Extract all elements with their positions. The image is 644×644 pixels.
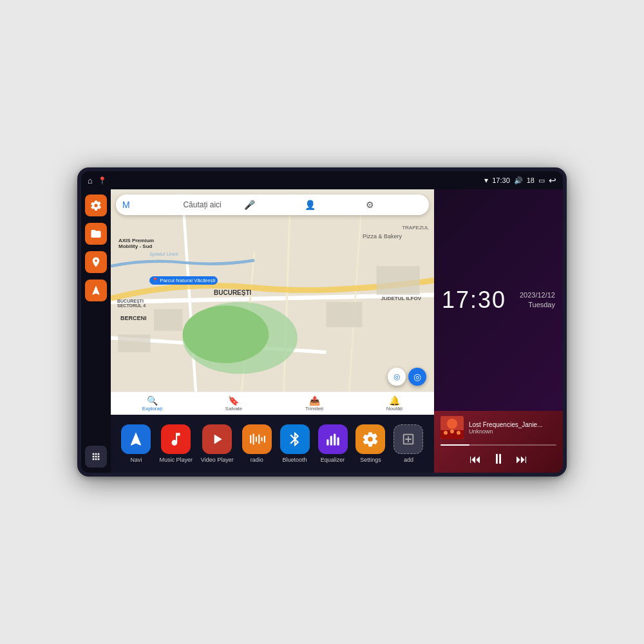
app-video-player[interactable]: Video Player bbox=[201, 424, 234, 463]
sidebar-map-button[interactable] bbox=[85, 251, 107, 273]
map-tab-trimiteti[interactable]: 📤 Trimiteți bbox=[305, 395, 323, 412]
main-area: M Căutați aici 🎤 👤 ⚙ AXIS PremiumMobilit… bbox=[81, 189, 563, 473]
clock-status: 17:30 bbox=[492, 176, 510, 184]
svg-rect-21 bbox=[334, 433, 336, 445]
progress-fill bbox=[440, 444, 469, 446]
track-artist: Unknown bbox=[469, 428, 556, 435]
svg-rect-20 bbox=[330, 436, 332, 446]
sidebar-nav-button[interactable] bbox=[85, 279, 107, 301]
map-tab-salvate[interactable]: 🔖 Salvate bbox=[225, 395, 243, 412]
battery-level: 18 bbox=[527, 176, 535, 184]
app-add-label: add bbox=[404, 457, 413, 463]
prev-button[interactable]: ⏮ bbox=[469, 453, 481, 466]
svg-rect-13 bbox=[250, 435, 251, 444]
music-controls: ⏮ ⏸ ⏭ bbox=[440, 451, 556, 468]
app-dock: Navi Music Player Video Player bbox=[111, 415, 434, 473]
svg-rect-10 bbox=[118, 334, 150, 352]
bluetooth-icon-bg bbox=[280, 424, 310, 454]
app-eq-label: Equalizer bbox=[321, 457, 345, 463]
app-bluetooth[interactable]: Bluetooth bbox=[280, 424, 310, 463]
app-add[interactable]: add bbox=[393, 424, 423, 463]
app-music-label: Music Player bbox=[159, 457, 193, 463]
map-label-axis: AXIS PremiumMobility - Sud bbox=[118, 238, 154, 249]
radio-icon-bg bbox=[242, 424, 272, 454]
navi-icon-bg bbox=[121, 424, 151, 454]
map-label-judet: JUDETUL ILFOV bbox=[381, 296, 421, 301]
app-settings[interactable]: Settings bbox=[355, 424, 385, 463]
sidebar-settings-button[interactable] bbox=[85, 194, 107, 216]
pause-button[interactable]: ⏸ bbox=[491, 451, 506, 468]
progress-bar[interactable] bbox=[440, 444, 556, 446]
app-radio[interactable]: radio bbox=[242, 424, 272, 463]
svg-point-8 bbox=[183, 306, 269, 363]
app-bluetooth-label: Bluetooth bbox=[283, 457, 307, 463]
album-art bbox=[440, 416, 464, 439]
video-icon-bg bbox=[202, 424, 232, 454]
add-icon-bg bbox=[393, 424, 423, 454]
svg-rect-17 bbox=[261, 437, 262, 442]
map-container[interactable]: M Căutați aici 🎤 👤 ⚙ AXIS PremiumMobilit… bbox=[111, 189, 434, 415]
map-search-bar[interactable]: M Căutați aici 🎤 👤 ⚙ bbox=[116, 194, 429, 215]
right-panel: 17:30 2023/12/12 Tuesday bbox=[434, 189, 563, 473]
nav-button[interactable]: ◎ bbox=[408, 368, 426, 386]
svg-rect-16 bbox=[258, 434, 260, 444]
eq-icon-bg bbox=[318, 424, 348, 454]
center-area: M Căutați aici 🎤 👤 ⚙ AXIS PremiumMobilit… bbox=[111, 189, 434, 473]
home-icon[interactable]: ⌂ bbox=[88, 176, 93, 185]
map-svg bbox=[111, 189, 434, 415]
map-label-splaiul: Splaiul Unirii bbox=[149, 251, 178, 257]
map-label-buc: BUCUREȘTI bbox=[214, 289, 251, 296]
svg-point-26 bbox=[444, 431, 448, 435]
svg-rect-22 bbox=[337, 437, 339, 446]
clock-date-area: 2023/12/12 Tuesday bbox=[520, 290, 555, 310]
map-status-icon[interactable]: 📍 bbox=[98, 176, 107, 185]
status-right: ▾ 17:30 🔊 18 ▭ ↩ bbox=[484, 175, 556, 185]
svg-rect-18 bbox=[264, 436, 265, 443]
device: ⌂ 📍 ▾ 17:30 🔊 18 ▭ ↩ bbox=[77, 167, 567, 477]
clock-display: 17:30 bbox=[442, 287, 506, 314]
volume-icon: 🔊 bbox=[514, 176, 523, 185]
music-icon-bg bbox=[161, 424, 191, 454]
battery-icon: ▭ bbox=[538, 176, 545, 185]
clock-time: 17:30 bbox=[442, 287, 506, 314]
svg-point-24 bbox=[447, 419, 457, 429]
svg-rect-15 bbox=[256, 437, 257, 442]
next-button[interactable]: ⏭ bbox=[516, 453, 527, 466]
app-equalizer[interactable]: Equalizer bbox=[318, 424, 348, 463]
back-icon[interactable]: ↩ bbox=[549, 175, 556, 185]
track-info: Lost Frequencies_Janie... Unknown bbox=[440, 416, 556, 439]
tab-label-explorati: Explorați bbox=[142, 406, 162, 412]
device-screen: ⌂ 📍 ▾ 17:30 🔊 18 ▭ ↩ bbox=[81, 171, 563, 473]
settings-icon-bg bbox=[355, 424, 385, 454]
tab-label-trimiteti: Trimiteți bbox=[305, 406, 323, 412]
track-details: Lost Frequencies_Janie... Unknown bbox=[469, 421, 556, 435]
svg-rect-9 bbox=[154, 309, 183, 330]
svg-rect-12 bbox=[377, 266, 420, 295]
map-label-pizza: Pizza & Bakery bbox=[363, 233, 402, 240]
status-left: ⌂ 📍 bbox=[88, 176, 107, 185]
app-music-player[interactable]: Music Player bbox=[159, 424, 193, 463]
sidebar-apps-button[interactable] bbox=[85, 446, 107, 468]
sidebar bbox=[81, 189, 111, 473]
app-navi[interactable]: Navi bbox=[121, 424, 151, 463]
svg-point-28 bbox=[457, 431, 460, 435]
map-tab-noutati[interactable]: 🔔 Noutăți bbox=[386, 395, 402, 412]
track-name: Lost Frequencies_Janie... bbox=[469, 421, 556, 428]
tab-label-salvate: Salvate bbox=[225, 406, 243, 412]
clock-date: 2023/12/12 Tuesday bbox=[520, 290, 555, 310]
gps-button[interactable]: ◎ bbox=[388, 368, 406, 386]
map-tab-explorati[interactable]: 🔍 Explorați bbox=[142, 395, 162, 412]
svg-point-27 bbox=[450, 430, 454, 433]
music-player-panel: Lost Frequencies_Janie... Unknown ⏮ ⏸ ⏭ bbox=[434, 411, 563, 473]
svg-rect-14 bbox=[252, 433, 254, 444]
search-placeholder: Căutați aici bbox=[183, 200, 240, 209]
clock-area: 17:30 2023/12/12 Tuesday bbox=[434, 189, 563, 411]
svg-rect-19 bbox=[327, 439, 328, 446]
status-bar: ⌂ 📍 ▾ 17:30 🔊 18 ▭ ↩ bbox=[81, 171, 563, 189]
sidebar-files-button[interactable] bbox=[85, 223, 107, 245]
map-label-trap: TRAPEZUL bbox=[402, 225, 429, 231]
map-label-berceni: BERCENI bbox=[120, 315, 147, 321]
app-settings-label: Settings bbox=[360, 457, 381, 463]
app-radio-label: radio bbox=[251, 457, 263, 463]
map-tabs: 🔍 Explorați 🔖 Salvate 📤 Trimiteți � bbox=[111, 392, 434, 415]
